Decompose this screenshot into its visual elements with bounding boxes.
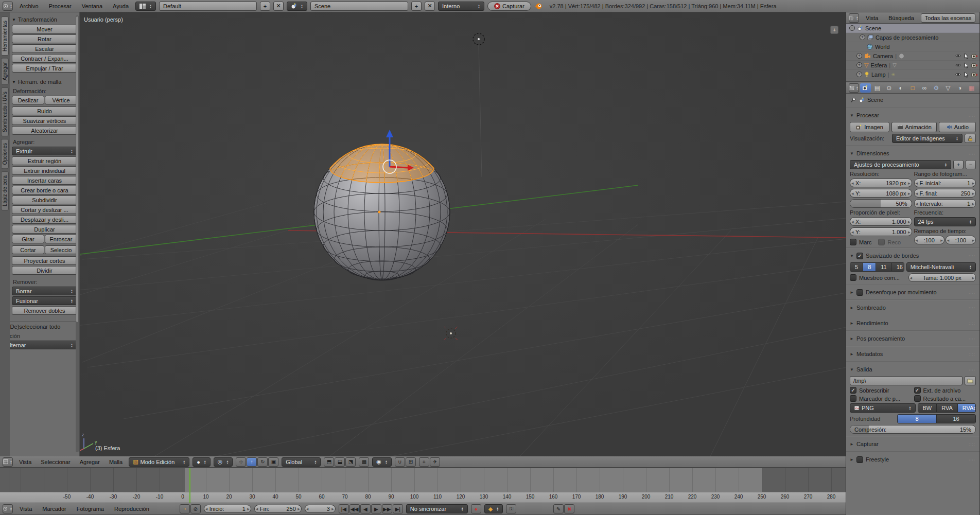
snap-toggle[interactable]: ∪ xyxy=(395,457,405,467)
resolution-percentage-slider[interactable]: 50% xyxy=(850,199,912,208)
editor-type-timeline-button[interactable] xyxy=(3,504,13,513)
frame-start-field[interactable]: Inicio:1 xyxy=(204,505,251,513)
escalar-button[interactable]: Escalar xyxy=(12,44,77,53)
timeline-scrub-area[interactable] xyxy=(0,468,846,492)
panel-motion-blur-header[interactable]: ✓ Desenfoque por movimiento:::: xyxy=(846,287,979,297)
freestyle-checkbox[interactable]: ✓ xyxy=(856,456,863,463)
aa-samples-5[interactable]: 5 xyxy=(850,263,863,271)
drag-handle[interactable]: :::: xyxy=(969,113,975,118)
resolution-x-field[interactable]: X:1920 px xyxy=(850,179,912,187)
menu-vista-3d[interactable]: Vista xyxy=(16,456,34,467)
ruido-button[interactable]: Ruido xyxy=(12,106,77,115)
prev-keyframe-button[interactable]: ◀◀ xyxy=(349,504,360,513)
play-reverse-button[interactable]: ◀ xyxy=(360,504,371,513)
dividir-button[interactable]: Dividir xyxy=(12,266,77,275)
drag-handle[interactable]: :::: xyxy=(969,352,975,357)
preset-add-button[interactable]: + xyxy=(953,160,964,169)
render-audio-button[interactable]: Audio xyxy=(939,122,976,132)
cortar-deslizar-button[interactable]: Cortar y deslizar ... xyxy=(12,205,77,214)
seleccionar-cortes-button[interactable]: Seleccio xyxy=(45,245,77,254)
outliner-item-world[interactable]: World xyxy=(846,42,979,51)
panel-dimensiones-header[interactable]: Dimensiones:::: xyxy=(846,148,979,158)
aspect-y-field[interactable]: Y:1.000 xyxy=(850,227,912,236)
cache-result-checkbox[interactable]: ✓ xyxy=(914,395,921,402)
tab-scene[interactable]: ⊙ xyxy=(884,83,895,93)
file-format-select[interactable]: PNG xyxy=(850,403,916,413)
depth-16[interactable]: 16 xyxy=(937,415,975,423)
manipulator-translate-toggle[interactable]: ↑ xyxy=(247,457,257,467)
tab-lapiz-de-cera[interactable]: Lápiz de cera xyxy=(1,171,9,210)
vertice-button[interactable]: Vértice xyxy=(45,96,77,104)
outliner-item-camera[interactable]: + Camera | xyxy=(846,51,979,61)
contraer-expandir-button[interactable]: Contraer / Expan... xyxy=(12,54,77,63)
expand-icon[interactable]: + xyxy=(860,34,865,40)
resolution-y-field[interactable]: Y:1080 px xyxy=(850,189,912,198)
selectability-cursor-icon[interactable] xyxy=(964,72,969,78)
scene-close-button[interactable]: ✕ xyxy=(425,2,435,11)
panel-sombreado-header[interactable]: Sombreado:::: xyxy=(846,303,979,313)
expand-icon[interactable]: + xyxy=(856,62,862,68)
extruir-menu-button[interactable]: Extruir xyxy=(12,147,77,155)
visibility-eye-icon[interactable] xyxy=(955,72,961,77)
antialiasing-checkbox[interactable]: ✓ xyxy=(856,253,863,259)
capture-button[interactable]: Capturar xyxy=(487,2,531,11)
layout-close-button[interactable]: ✕ xyxy=(273,2,284,11)
menu-agregar-3d[interactable]: Agregar xyxy=(77,456,103,467)
borrar-menu-button[interactable]: Borrar xyxy=(12,287,77,295)
scene-add-button[interactable]: + xyxy=(411,2,422,11)
layout-add-button[interactable]: + xyxy=(260,2,270,11)
jump-to-end-button[interactable]: ▶| xyxy=(393,504,403,513)
drag-handle[interactable]: :::: xyxy=(969,457,975,462)
drag-handle[interactable]: :::: xyxy=(969,336,975,341)
active-keying-set-button[interactable]: ⚿ xyxy=(506,504,516,513)
manipulator-scale-toggle[interactable]: ▣ xyxy=(268,457,278,467)
tab-constraints[interactable]: ∞ xyxy=(919,83,930,93)
manipulator-rotate-toggle[interactable]: ↻ xyxy=(257,457,268,467)
editor-type-properties-button[interactable] xyxy=(849,83,859,93)
screen-layout-icon-button[interactable] xyxy=(135,2,156,11)
tab-sombreado-uvs[interactable]: Sombreado / UVs xyxy=(1,87,9,136)
tool-shelf-scrollbar[interactable] xyxy=(76,15,79,452)
tab-herramientas[interactable]: Herramientas xyxy=(1,16,9,56)
panel-antialiasing-header[interactable]: ✓ Suavizado de bordes:::: xyxy=(846,251,979,261)
drag-handle[interactable]: :::: xyxy=(969,367,975,372)
keying-set-select[interactable]: ◆ xyxy=(484,504,503,513)
menu-vista-outliner[interactable]: Vista xyxy=(862,12,882,23)
scene-field[interactable]: Scene xyxy=(310,2,408,11)
panel-salida-header[interactable]: Salida:::: xyxy=(846,364,979,375)
expand-icon[interactable]: + xyxy=(856,53,862,59)
menu-seleccionar[interactable]: Seleccionar xyxy=(38,456,73,467)
tab-texture[interactable]: ▦ xyxy=(966,83,977,93)
outliner-item-lamp[interactable]: + Lamp | ✳ xyxy=(846,70,979,79)
folder-browse-button[interactable] xyxy=(965,376,976,385)
menu-marcador[interactable]: Marcador xyxy=(39,503,69,514)
renderability-camera-icon[interactable] xyxy=(971,62,978,68)
border-checkbox[interactable]: ✓ xyxy=(850,239,856,245)
collapse-icon[interactable]: − xyxy=(849,25,855,31)
snap-element-select[interactable]: ⊞ xyxy=(406,457,416,467)
drag-handle[interactable]: :::: xyxy=(969,321,975,326)
scene-icon-button[interactable] xyxy=(287,2,307,11)
render-engine-select[interactable]: Interno xyxy=(438,2,484,11)
outliner-item-render-layers[interactable]: + Capas de procesamiento xyxy=(846,33,979,42)
aleatorizar-button[interactable]: Aleatorizar xyxy=(12,126,77,135)
file-extension-checkbox[interactable]: ✓ xyxy=(914,387,921,394)
outliner-filter-select[interactable]: Todas las escenas xyxy=(921,13,976,23)
jump-to-start-button[interactable]: |◀ xyxy=(339,504,349,513)
panel-procesar-header[interactable]: Procesar:::: xyxy=(846,110,979,120)
tab-render-layers[interactable]: ▤ xyxy=(872,83,883,93)
crop-checkbox[interactable]: ✓ xyxy=(878,239,885,245)
render-animation-button[interactable]: Animación xyxy=(891,122,937,132)
aspect-x-field[interactable]: X:1.000 xyxy=(850,217,912,226)
tab-render[interactable] xyxy=(860,83,871,93)
placeholder-checkbox[interactable]: ✓ xyxy=(850,395,856,402)
mover-button[interactable]: Mover xyxy=(12,25,77,33)
current-frame-cursor[interactable] xyxy=(189,468,190,492)
desplazar-deslizar-button[interactable]: Desplazar y desli... xyxy=(12,215,77,224)
aa-samples-11[interactable]: 11 xyxy=(876,263,891,271)
full-sample-checkbox[interactable]: ✓ xyxy=(850,274,856,281)
timeline-ruler[interactable]: -50-40-30-20-100102030405060708090100110… xyxy=(0,492,846,503)
crear-borde-cara-button[interactable]: Crear borde o cara xyxy=(12,186,77,194)
outliner-item-esfera[interactable]: + ▽ Esfera | ▽ xyxy=(846,61,979,70)
subdividir-button[interactable]: Subdividir xyxy=(12,196,77,204)
